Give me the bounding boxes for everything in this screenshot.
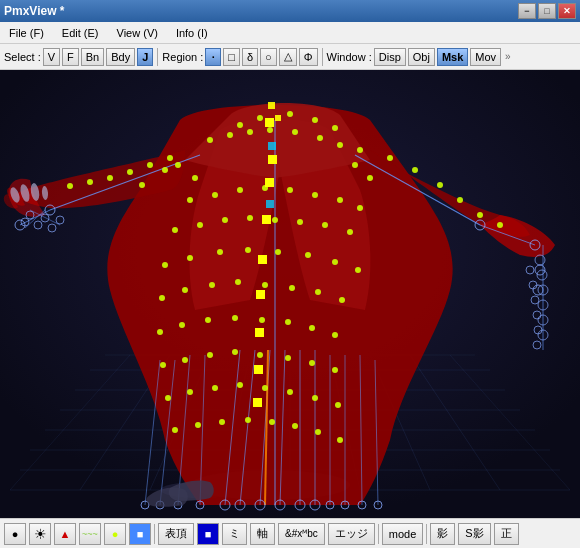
svg-point-84: [337, 142, 343, 148]
svg-point-94: [437, 182, 443, 188]
svg-point-109: [247, 215, 253, 221]
svg-point-167: [139, 182, 145, 188]
svg-point-154: [172, 427, 178, 433]
svg-point-76: [312, 117, 318, 123]
svg-point-82: [292, 129, 298, 135]
svg-point-114: [162, 262, 168, 268]
svg-point-117: [245, 247, 251, 253]
svg-point-78: [207, 137, 213, 143]
svg-point-93: [412, 167, 418, 173]
menu-info[interactable]: Info (I): [171, 26, 213, 40]
select-v-btn[interactable]: V: [43, 48, 60, 66]
svg-point-139: [182, 357, 188, 363]
bottom-sun-btn[interactable]: ☀: [29, 523, 51, 545]
bottom-edge-btn[interactable]: エッジ: [328, 523, 375, 545]
svg-point-135: [285, 319, 291, 325]
svg-point-143: [285, 355, 291, 361]
maximize-button[interactable]: □: [538, 3, 556, 19]
region-dot-btn[interactable]: ·: [205, 48, 221, 66]
view-area[interactable]: ⊕ ⊕ ↺ ⟳: [0, 70, 580, 518]
svg-point-141: [232, 349, 238, 355]
bottom-sep-3: [426, 524, 427, 544]
menu-view[interactable]: View (V): [112, 26, 163, 40]
svg-point-98: [187, 197, 193, 203]
bottom-mode-btn[interactable]: mode: [382, 523, 424, 545]
select-bn-btn[interactable]: Bn: [81, 48, 104, 66]
svg-point-134: [259, 317, 265, 323]
svg-point-153: [335, 402, 341, 408]
svg-point-136: [309, 325, 315, 331]
region-triangle-btn[interactable]: △: [279, 48, 297, 66]
svg-point-80: [247, 129, 253, 135]
bottom-sei-btn[interactable]: 正: [494, 523, 519, 545]
svg-point-90: [87, 179, 93, 185]
svg-point-162: [175, 162, 181, 168]
svg-rect-169: [268, 155, 277, 164]
bottom-triangle-btn[interactable]: ▲: [54, 523, 76, 545]
svg-point-124: [209, 282, 215, 288]
svg-point-159: [292, 423, 298, 429]
svg-point-91: [67, 183, 73, 189]
menu-file[interactable]: File (F): [4, 26, 49, 40]
svg-rect-176: [253, 398, 262, 407]
select-f-btn[interactable]: F: [62, 48, 79, 66]
svg-point-132: [205, 317, 211, 323]
bottom-kage-btn[interactable]: 影: [430, 523, 455, 545]
select-j-btn[interactable]: J: [137, 48, 153, 66]
svg-point-145: [332, 367, 338, 373]
svg-point-150: [262, 385, 268, 391]
region-delta-btn[interactable]: δ: [242, 48, 258, 66]
svg-point-110: [272, 217, 278, 223]
svg-point-88: [127, 169, 133, 175]
svg-point-112: [322, 222, 328, 228]
bottom-square-btn[interactable]: ■: [129, 523, 151, 545]
title-bar-buttons: − □ ✕: [518, 3, 576, 19]
svg-point-113: [347, 229, 353, 235]
svg-point-151: [287, 389, 293, 395]
minimize-button[interactable]: −: [518, 3, 536, 19]
bottom-blue-btn[interactable]: ■: [197, 523, 219, 545]
window-msk-btn[interactable]: Msk: [437, 48, 468, 66]
svg-rect-170: [265, 178, 274, 187]
svg-point-149: [237, 382, 243, 388]
bottom-jiku-btn[interactable]: 軸: [250, 523, 275, 545]
region-rect-btn[interactable]: □: [223, 48, 240, 66]
svg-point-156: [219, 419, 225, 425]
svg-rect-174: [255, 328, 264, 337]
svg-point-129: [339, 297, 345, 303]
svg-point-160: [315, 429, 321, 435]
region-circle-btn[interactable]: ○: [260, 48, 277, 66]
svg-point-111: [297, 219, 303, 225]
svg-point-157: [245, 417, 251, 423]
svg-point-105: [357, 205, 363, 211]
window-mov-btn[interactable]: Mov: [470, 48, 501, 66]
menu-edit[interactable]: Edit (E): [57, 26, 104, 40]
bottom-skage-btn[interactable]: S影: [458, 523, 490, 545]
svg-point-77: [332, 125, 338, 131]
window-disp-btn[interactable]: Disp: [374, 48, 406, 66]
svg-point-92: [387, 155, 393, 161]
svg-point-81: [267, 127, 273, 133]
svg-rect-172: [258, 255, 267, 264]
svg-rect-171: [262, 215, 271, 224]
svg-point-155: [195, 422, 201, 428]
select-bdy-btn[interactable]: Bdy: [106, 48, 135, 66]
svg-rect-178: [266, 200, 274, 208]
scene-svg: [0, 70, 580, 518]
bottom-circle-btn[interactable]: ●: [4, 523, 26, 545]
svg-point-140: [207, 352, 213, 358]
bottom-hyocho-btn[interactable]: 表頂: [158, 523, 194, 545]
svg-rect-173: [256, 290, 265, 299]
svg-point-104: [337, 197, 343, 203]
bottom-mbc-btn[interactable]: &#xᴹbc: [278, 523, 325, 545]
svg-point-95: [457, 197, 463, 203]
window-obj-btn[interactable]: Obj: [408, 48, 435, 66]
bottom-wave-btn[interactable]: ~~~: [79, 523, 101, 545]
svg-point-108: [222, 217, 228, 223]
svg-point-75: [287, 111, 293, 117]
bottom-dot-btn[interactable]: ●: [104, 523, 126, 545]
close-button[interactable]: ✕: [558, 3, 576, 19]
bottom-mi-btn[interactable]: ミ: [222, 523, 247, 545]
region-phi-btn[interactable]: Φ: [299, 48, 318, 66]
svg-point-97: [497, 222, 503, 228]
